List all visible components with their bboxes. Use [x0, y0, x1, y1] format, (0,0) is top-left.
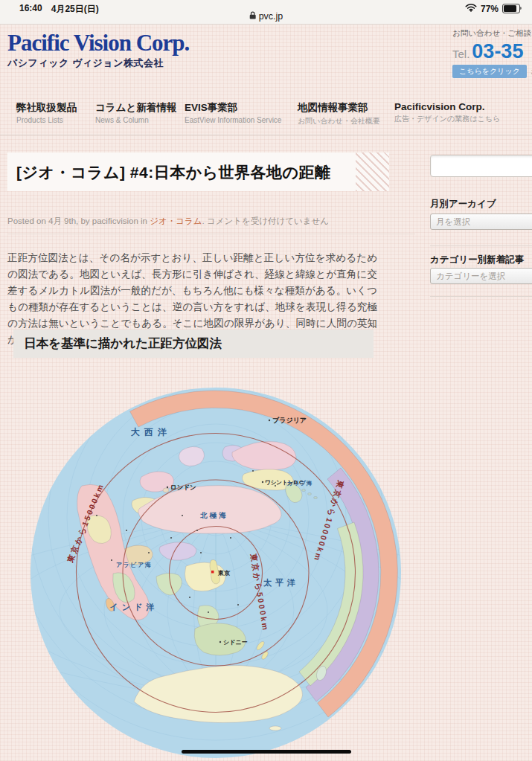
nav-divider [0, 135, 532, 135]
tel-row: Tel.03-35 [452, 40, 532, 63]
category-heading: カテゴリー別新着記事 [430, 254, 524, 266]
status-right: 77% [465, 3, 520, 14]
archive-heading: 月別アーカイブ [430, 198, 496, 211]
label-washington: ワシントンD.C. [265, 479, 304, 486]
label-arabian: アラビア海 [116, 562, 152, 568]
lock-icon [249, 11, 256, 22]
post-meta-divider [7, 234, 415, 234]
sidebar-divider-2 [430, 296, 532, 297]
label-london: ロンドン [170, 484, 196, 491]
label-pacific: 太平洋 [263, 578, 299, 587]
browser-chrome: 16:40 4月25日(日) pvc.jp 77% [0, 0, 532, 25]
post-meta: Posted on 4月 9th, by pacificvision in ジオ… [7, 216, 329, 227]
main-nav: 弊社取扱製品 Products Lists コラムと新着情報 News & Co… [0, 97, 532, 135]
battery-percent: 77% [481, 4, 499, 14]
nav-item-corp[interactable]: Pacificvision Corp. 広告・デザインの業務はこちら [394, 101, 500, 124]
post-title-box: [ジオ・コラム] #4:日本から世界各地の距離 [7, 152, 389, 191]
post-title: [ジオ・コラム] #4:日本から世界各地の距離 [7, 152, 389, 183]
header-contact-block: お問い合わせ・ご相談 Tel.03-35 こちらをクリック お問 [452, 28, 532, 78]
date: 4月25日(日) [51, 3, 99, 16]
nav-item-evis[interactable]: EVIS事業部 EastView Information Service [185, 101, 281, 124]
label-brasilia: ブラジリア [272, 417, 307, 424]
label-arctic: 北極海 [199, 511, 228, 519]
home-indicator[interactable] [182, 750, 351, 754]
azimuthal-map-image: 大西洋 北極海 アラビア海 インド洋 太平洋 カリブ海 東京 ロンドン ワシント… [30, 382, 402, 761]
label-indian: インド洋 [110, 603, 158, 611]
label-atlantic: 大西洋 [131, 427, 171, 437]
url-text: pvc.jp [259, 11, 283, 22]
tel-number: 03-35 [472, 40, 523, 62]
category-link[interactable]: ジオ・コラム [150, 216, 202, 225]
search-input[interactable] [430, 155, 532, 177]
clock: 16:40 [19, 3, 42, 16]
label-sydney: シドニー [223, 639, 248, 646]
archive-select[interactable]: 月を選択 [430, 213, 532, 230]
site-logo[interactable]: Pacific Vision Corp. パシフィック ヴィジョン株式会社 [7, 31, 189, 70]
battery-icon [502, 4, 520, 13]
logo-subtitle: パシフィック ヴィジョン株式会社 [7, 57, 189, 70]
contact-click-button[interactable]: こちらをクリック [452, 65, 527, 78]
nav-item-column[interactable]: コラムと新着情報 News & Column [95, 101, 176, 124]
status-left: 16:40 4月25日(日) [19, 3, 99, 16]
logo-title: Pacific Vision Corp. [7, 31, 189, 54]
nav-item-map-division[interactable]: 地図情報事業部 お問い合わせ・会社概要 [298, 101, 380, 126]
safari-page: 16:40 4月25日(日) pvc.jp 77% Pacific Vision… [0, 0, 532, 761]
tel-prefix: Tel. [452, 48, 469, 60]
article-subheading: 日本を基準に描かれた正距方位図法 [13, 330, 374, 358]
address-bar[interactable]: pvc.jp [249, 11, 283, 22]
category-select[interactable]: カテゴリーを選択 [430, 268, 532, 284]
sidebar-divider [430, 245, 532, 246]
contact-label: お問い合わせ・ご相談 [452, 28, 532, 39]
nav-item-products[interactable]: 弊社取扱製品 Products Lists [16, 101, 77, 124]
wifi-icon [465, 3, 477, 14]
label-tokyo: 東京 [217, 570, 231, 577]
